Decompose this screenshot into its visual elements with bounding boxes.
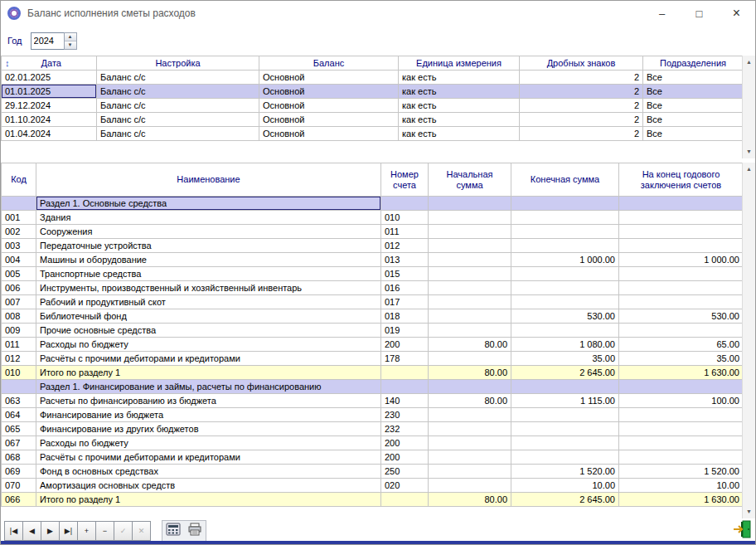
grid-cell[interactable]: 2 xyxy=(520,127,643,141)
grid-cell[interactable]: 066 xyxy=(2,493,36,507)
grid-cell[interactable] xyxy=(429,295,511,309)
account-row[interactable]: 001Здания010 xyxy=(2,211,743,225)
column-header[interactable]: Наименование xyxy=(36,163,381,197)
grid-cell[interactable] xyxy=(429,479,511,493)
account-row[interactable]: 008Библиотечный фонд018530.00530.00 xyxy=(2,309,743,324)
print-button[interactable] xyxy=(184,521,206,541)
calculator-button[interactable] xyxy=(162,521,184,541)
grid-cell[interactable]: 2 645.00 xyxy=(511,493,619,507)
grid-cell[interactable]: Машины и оборудование xyxy=(36,253,381,267)
minimize-button[interactable]: – xyxy=(643,1,681,26)
grid-cell[interactable] xyxy=(429,239,511,253)
settings-row[interactable]: 01.01.2025Баланс с/сОсновнойкак есть2Все xyxy=(2,85,743,99)
grid-cell[interactable]: 65.00 xyxy=(619,338,743,352)
grid-cell[interactable] xyxy=(381,380,429,394)
grid-cell[interactable]: 012 xyxy=(2,352,36,366)
grid-cell[interactable]: 011 xyxy=(381,225,429,239)
account-row[interactable]: 064Финансирование из бюджета230 xyxy=(2,408,743,422)
grid-cell[interactable]: 1 000.00 xyxy=(619,253,743,267)
grid-cell[interactable]: Основной xyxy=(259,127,399,141)
grid-cell[interactable]: Инструменты, производственный и хозяйств… xyxy=(36,281,381,295)
grid-cell[interactable]: 80.00 xyxy=(429,366,511,380)
account-row[interactable]: 068Расчёты с прочими дебиторами и кредит… xyxy=(2,450,743,465)
grid-cell[interactable]: Амортизация основных средств xyxy=(36,479,381,493)
grid-cell[interactable] xyxy=(619,436,743,450)
grid-cell[interactable]: 069 xyxy=(2,465,36,479)
grid-cell[interactable]: 530.00 xyxy=(619,309,743,324)
grid-cell[interactable] xyxy=(619,408,743,422)
grid-cell[interactable]: 80.00 xyxy=(429,394,511,408)
account-row[interactable]: 009Прочие основные средства019 xyxy=(2,324,743,338)
column-header[interactable]: Баланс xyxy=(259,56,399,71)
section-row[interactable]: Раздел 1. Основные средства xyxy=(2,197,743,211)
grid-cell[interactable]: 020 xyxy=(381,479,429,493)
grid-cell[interactable] xyxy=(429,465,511,479)
grid-cell[interactable]: 1 080.00 xyxy=(511,338,619,352)
grid-cell[interactable]: 008 xyxy=(2,309,36,324)
total-row[interactable]: 066Итого по разделу 180.002 645.001 630.… xyxy=(2,493,743,507)
grid-cell[interactable]: Прочие основные средства xyxy=(36,324,381,338)
grid-cell[interactable]: 2 xyxy=(520,99,643,113)
column-header[interactable]: На конец годового заключения счетов xyxy=(619,163,743,197)
grid-cell[interactable]: 02.01.2025 xyxy=(2,71,97,85)
sort-icon[interactable]: ↕ xyxy=(5,58,10,68)
grid-cell[interactable]: Расходы по бюджету xyxy=(36,338,381,352)
grid-cell[interactable]: 019 xyxy=(381,324,429,338)
grid-cell[interactable]: 010 xyxy=(2,366,36,380)
grid-cell[interactable] xyxy=(2,380,36,394)
grid-cell[interactable] xyxy=(619,225,743,239)
grid-cell[interactable]: Основной xyxy=(259,85,399,99)
account-row[interactable]: 065Финансирование из других бюджетов232 xyxy=(2,422,743,436)
grid-cell[interactable]: 29.12.2024 xyxy=(2,99,97,113)
account-row[interactable]: 011Расходы по бюджету20080.001 080.0065.… xyxy=(2,338,743,352)
grid-cell[interactable] xyxy=(429,408,511,422)
grid-cell[interactable]: 1 000.00 xyxy=(511,253,619,267)
grid-cell[interactable]: 004 xyxy=(2,253,36,267)
grid-cell[interactable] xyxy=(619,450,743,465)
grid-cell[interactable]: Баланс с/с xyxy=(97,99,259,113)
grid-cell[interactable] xyxy=(429,267,511,281)
grid-cell[interactable] xyxy=(429,225,511,239)
last-record-button[interactable]: ▶| xyxy=(59,521,78,541)
grid-cell[interactable]: 80.00 xyxy=(429,493,511,507)
grid-cell[interactable]: 009 xyxy=(2,324,36,338)
column-header[interactable]: Настройка xyxy=(97,56,259,71)
grid-cell[interactable] xyxy=(381,493,429,507)
grid-cell[interactable]: 067 xyxy=(2,436,36,450)
grid-cell[interactable] xyxy=(619,239,743,253)
grid-cell[interactable] xyxy=(511,450,619,465)
grid-cell[interactable] xyxy=(511,422,619,436)
grid-cell[interactable]: Все xyxy=(643,71,743,85)
maximize-button[interactable]: □ xyxy=(681,1,718,26)
grid-cell[interactable]: Основной xyxy=(259,71,399,85)
account-row[interactable]: 005Транспортные средства015 xyxy=(2,267,743,281)
grid-cell[interactable] xyxy=(381,366,429,380)
scroll-up-icon[interactable]: ▲ xyxy=(743,163,755,176)
grid-cell[interactable]: Все xyxy=(643,127,743,141)
grid-cell[interactable]: 35.00 xyxy=(511,352,619,366)
grid-cell[interactable]: 232 xyxy=(381,422,429,436)
grid-cell[interactable] xyxy=(511,380,619,394)
grid-cell[interactable] xyxy=(2,197,36,211)
grid-cell[interactable]: как есть xyxy=(399,99,520,113)
grid-cell[interactable] xyxy=(381,197,429,211)
grid-cell[interactable] xyxy=(511,239,619,253)
grid-cell[interactable]: Фонд в основных средствах xyxy=(36,465,381,479)
grid-cell[interactable]: Передаточные устройства xyxy=(36,239,381,253)
account-row[interactable]: 067Расходы по бюджету200 xyxy=(2,436,743,450)
grid-cell[interactable]: 100.00 xyxy=(619,394,743,408)
grid-cell[interactable]: Баланс с/с xyxy=(97,71,259,85)
grid-cell[interactable]: 015 xyxy=(381,267,429,281)
section-row[interactable]: Раздел 1. Финансирование и займы, расчет… xyxy=(2,380,743,394)
scroll-down-icon[interactable]: ▼ xyxy=(743,505,755,518)
grid-cell[interactable]: 1 520.00 xyxy=(619,465,743,479)
grid-cell[interactable]: 001 xyxy=(2,211,36,225)
account-row[interactable]: 070Амортизация основных средств02010.001… xyxy=(2,479,743,493)
grid-cell[interactable]: 002 xyxy=(2,225,36,239)
grid-cell[interactable] xyxy=(429,324,511,338)
column-header[interactable]: Номер счета xyxy=(381,163,429,197)
grid-cell[interactable]: Расчёты с прочими дебиторами и кредитора… xyxy=(36,352,381,366)
grid-cell[interactable] xyxy=(511,197,619,211)
grid-cell[interactable]: 10.00 xyxy=(511,479,619,493)
grid-cell[interactable]: 003 xyxy=(2,239,36,253)
